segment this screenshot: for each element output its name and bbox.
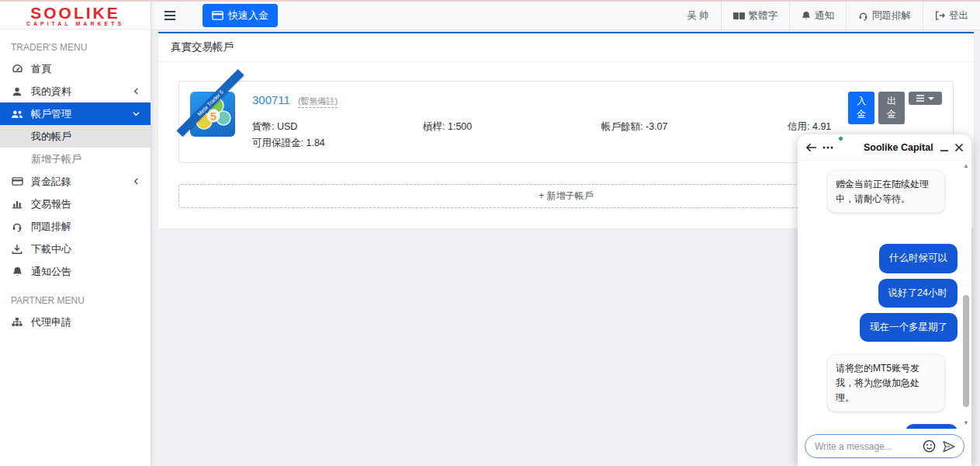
top-header: 快速入金 吴 帅 繁體字 通知 問題排解 登出 — [151, 2, 980, 30]
back-icon[interactable] — [805, 143, 817, 152]
margin-stat: 可用保證金: 1.84 — [252, 135, 423, 151]
chat-scrollbar[interactable]: ▲ ▼ — [961, 162, 971, 427]
online-status-dot — [838, 136, 843, 141]
logout-label: 登出 — [949, 9, 968, 23]
headset-icon — [858, 11, 868, 21]
chat-message-user: 说好了24小时 — [805, 279, 957, 308]
account-info: 300711 (暫無備註) 貨幣: USD 可用保證金: 1.84 槓桿: 1:… — [252, 92, 831, 151]
sidebar-item-label: 交易報告 — [31, 197, 71, 211]
sidebar-item-download-center[interactable]: 下載中心 — [0, 238, 151, 260]
window-top-accent — [0, 0, 980, 2]
sidebar-item-notices[interactable]: 通知公告 — [0, 260, 151, 283]
sidebar-item-profile[interactable]: 我的資料 — [0, 80, 151, 103]
brand-name: SOOLIKE — [30, 5, 120, 21]
gauge-icon — [11, 63, 23, 75]
sidebar-item-account-management[interactable]: 帳戶管理 — [0, 103, 151, 125]
support-link[interactable]: 問題排解 — [846, 2, 923, 30]
emoji-icon[interactable] — [923, 440, 936, 453]
caret-down-icon — [928, 97, 934, 100]
download-icon — [11, 243, 23, 256]
chat-header: Soolike Capital M... — [798, 134, 971, 161]
sidebar-subitem-my-accounts[interactable]: 我的帳戶 — [0, 125, 151, 148]
sidebar-item-label: 資金記錄 — [31, 175, 71, 189]
headset-icon — [11, 221, 23, 233]
logout-link[interactable]: 登出 — [923, 2, 980, 30]
account-remark[interactable]: (暫無備註) — [298, 96, 338, 108]
account-options-dropdown[interactable] — [909, 92, 942, 105]
sidebar-item-label: 下載中心 — [31, 242, 71, 256]
agent-avatar — [805, 356, 822, 373]
user-menu[interactable]: 吴 帅 — [675, 2, 720, 30]
message-bubble: 什么时候可以 — [879, 244, 957, 273]
account-number-link[interactable]: 300711 — [252, 93, 290, 106]
hamburger-menu-icon[interactable] — [164, 10, 176, 21]
language-label: 繁體字 — [749, 9, 778, 23]
chat-messages: 赠金当前正在陆续处理中，请耐心等待。 什么时候可以 说好了24小时 现在一个多星… — [798, 161, 971, 429]
sidebar-item-label: 首頁 — [31, 62, 51, 76]
message-bubble: 现在一个多星期了 — [860, 313, 957, 342]
chat-message-agent: 赠金当前正在陆续处理中，请耐心等待。 — [805, 170, 957, 213]
sidebar-item-label: 通知公告 — [31, 265, 71, 279]
brand-logo[interactable]: SOOLIKE CAPITAL MARKETS — [0, 0, 151, 30]
language-switch[interactable]: 繁體字 — [721, 2, 790, 30]
account-stats: 貨幣: USD 可用保證金: 1.84 槓桿: 1:500 帳戶餘額: -3.0… — [252, 119, 831, 151]
sidebar-item-home[interactable]: 首頁 — [0, 57, 151, 80]
chevron-down-icon — [133, 110, 140, 117]
sidebar-item-label: 帳戶管理 — [31, 107, 71, 121]
mt5-logo: Meta Trader 5 5 — [190, 92, 235, 137]
chat-input-area — [798, 429, 971, 466]
bell-icon — [802, 11, 811, 21]
sidebar-subitem-add-subaccount[interactable]: 新增子帳戶 — [0, 148, 151, 170]
sidebar-item-label: 代理申請 — [31, 315, 71, 329]
minimize-icon[interactable] — [940, 143, 949, 152]
user-name: 吴 帅 — [687, 9, 708, 23]
sidebar-item-troubleshoot[interactable]: 問題排解 — [0, 215, 151, 238]
scroll-up-icon[interactable]: ▲ — [963, 162, 969, 170]
language-icon — [733, 12, 745, 19]
message-bubble: 请将您的MT5账号发我，将为您做加急处理。 — [827, 354, 945, 412]
bar-chart-icon — [11, 198, 23, 210]
leverage-stat: 槓桿: 1:500 — [423, 119, 601, 151]
brand-tagline: CAPITAL MARKETS — [26, 21, 124, 26]
currency-stat: 貨幣: USD — [252, 119, 423, 135]
close-icon[interactable] — [954, 143, 964, 152]
trader-menu-label: TRADER'S MENU — [0, 30, 151, 57]
sidebar-item-fund-records[interactable]: 資金記錄 — [0, 170, 151, 193]
chat-message-user: 什么时候可以 — [805, 244, 957, 273]
more-options-icon[interactable] — [822, 146, 833, 149]
deposit-button[interactable]: 入金 — [848, 92, 874, 124]
chat-title: Soolike Capital M... — [864, 142, 934, 153]
credit-card-icon — [11, 176, 23, 188]
send-icon[interactable] — [942, 440, 956, 453]
chat-message-user: 300711 — [805, 424, 957, 429]
chevron-left-icon — [133, 178, 140, 185]
scroll-down-icon[interactable]: ▼ — [963, 419, 969, 427]
chevron-left-icon — [133, 88, 140, 95]
message-input[interactable] — [815, 441, 916, 452]
users-icon — [11, 108, 23, 120]
svg-text:5: 5 — [210, 110, 216, 123]
chat-message-user: 现在一个多星期了 — [805, 313, 957, 342]
message-bubble: 300711 — [906, 424, 957, 429]
chat-message-agent: 请将您的MT5账号发我，将为您做加急处理。 — [805, 354, 957, 412]
sidebar-item-agent-application[interactable]: 代理申請 — [0, 311, 151, 333]
bell-icon — [11, 266, 23, 278]
sitemap-icon — [11, 316, 23, 329]
sidebar-item-trade-reports[interactable]: 交易報告 — [0, 193, 151, 215]
withdraw-button[interactable]: 出金 — [878, 92, 905, 124]
quick-deposit-button[interactable]: 快速入金 — [203, 4, 278, 27]
quick-deposit-label: 快速入金 — [228, 9, 268, 23]
logout-icon — [935, 11, 945, 20]
sidebar-item-label: 我的資料 — [31, 85, 71, 99]
header-actions: 吴 帅 繁體字 通知 問題排解 登出 — [675, 2, 980, 30]
notifications-label: 通知 — [815, 9, 834, 23]
scrollbar-thumb[interactable] — [963, 295, 969, 407]
message-bubble: 说好了24小时 — [878, 279, 957, 308]
sidebar-subitem-label: 我的帳戶 — [31, 130, 71, 144]
message-bubble: 赠金当前正在陆续处理中，请耐心等待。 — [827, 170, 945, 213]
notifications-link[interactable]: 通知 — [789, 2, 846, 30]
chat-input-box[interactable] — [805, 434, 964, 458]
user-icon — [11, 85, 23, 98]
agent-avatar — [839, 137, 858, 157]
scrollbar-track[interactable] — [963, 170, 969, 419]
